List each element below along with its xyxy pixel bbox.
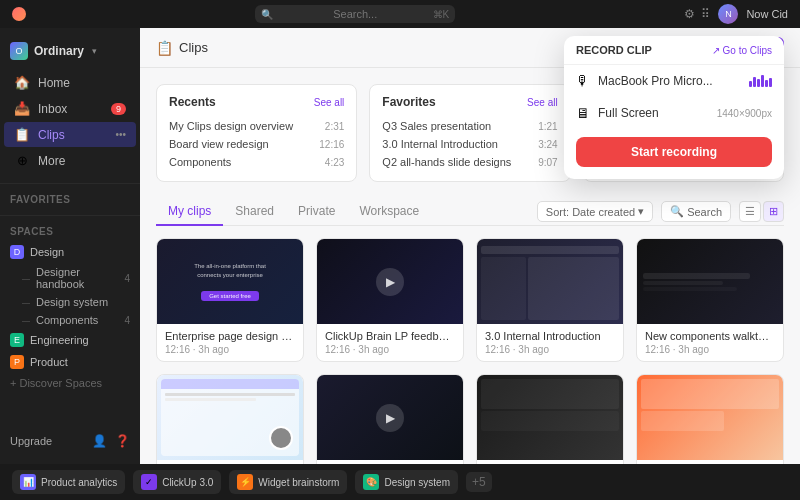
- clip-name-1: Enterprise page design overview: [165, 330, 295, 342]
- recent-item-1[interactable]: My Clips design overview: [169, 120, 293, 132]
- taskbar-app-product-analytics[interactable]: 📊 Product analytics: [12, 470, 125, 494]
- bar-4: [761, 75, 764, 87]
- sidebar-item-more[interactable]: ⊕ More: [4, 148, 136, 173]
- sidebar-item-design[interactable]: D Design: [0, 241, 140, 263]
- clip-info-8: Board view redesign 12:16 · 3h ago: [637, 460, 783, 464]
- list-item: Q3 Sales presentation 1:21: [382, 117, 557, 135]
- clip-card-5[interactable]: New board view walkthrough 12:16 · 3h ag…: [156, 374, 304, 464]
- resolution-label: 1440×900px: [717, 108, 772, 119]
- clip-info-3: 3.0 Internal Introduction 12:16 · 3h ago: [477, 324, 623, 361]
- grid-view-button[interactable]: ⊞: [763, 201, 784, 222]
- search-icon: 🔍: [261, 9, 273, 20]
- design-space-label: Design: [30, 246, 64, 258]
- clips-title-icon: 📋: [156, 40, 173, 56]
- clip-card-1[interactable]: The all-in-one platform thatconnects you…: [156, 238, 304, 362]
- grid-icon[interactable]: ⠿: [701, 7, 710, 21]
- upgrade-button[interactable]: Upgrade: [10, 435, 52, 447]
- recents-title: Recents: [169, 95, 216, 109]
- tabs-right: Sort: Date created ▾ 🔍 Search ☰ ⊞: [537, 201, 784, 222]
- go-to-clips-link[interactable]: ↗ Go to Clips: [712, 45, 772, 56]
- record-option-fullscreen[interactable]: 🖥 Full Screen 1440×900px: [564, 97, 784, 129]
- fav-item-2[interactable]: 3.0 Internal Introduction: [382, 138, 498, 150]
- widget-brainstorm-label: Widget brainstorm: [258, 477, 339, 488]
- tab-my-clips[interactable]: My clips: [156, 198, 223, 226]
- start-recording-button[interactable]: Start recording: [576, 137, 772, 167]
- sidebar-bottom: Upgrade 👤 ❓: [0, 426, 140, 456]
- search-input[interactable]: [255, 5, 455, 23]
- sidebar-item-product[interactable]: P Product: [0, 351, 140, 373]
- clip-card-3[interactable]: 3.0 Internal Introduction 12:16 · 3h ago: [476, 238, 624, 362]
- avatar[interactable]: N: [718, 4, 738, 24]
- taskbar-overflow[interactable]: +5: [466, 472, 492, 492]
- clip-card-2[interactable]: ▶ ClickUp Brain LP feedback 12:16 · 3h a…: [316, 238, 464, 362]
- list-item: Components 4:23: [169, 153, 344, 171]
- clip-info-4: New components walkthrough 12:16 · 3h ag…: [637, 324, 783, 361]
- sidebar-sub-designer-handbook[interactable]: — Designer handbook 4: [0, 263, 140, 293]
- help-icon[interactable]: ❓: [115, 434, 130, 448]
- recents-see-all[interactable]: See all: [314, 97, 345, 108]
- taskbar: 📊 Product analytics ✓ ClickUp 3.0 ⚡ Widg…: [0, 464, 800, 500]
- sidebar-item-inbox[interactable]: 📥 Inbox 9: [4, 96, 136, 121]
- record-option-microphone[interactable]: 🎙 MacBook Pro Micro...: [564, 65, 784, 97]
- favorites-header: Favorites See all: [382, 95, 557, 109]
- fav-item-1[interactable]: Q3 Sales presentation: [382, 120, 491, 132]
- clip-thumb-5: [157, 375, 303, 460]
- taskbar-app-clickup[interactable]: ✓ ClickUp 3.0: [133, 470, 221, 494]
- page-title: 📋 Clips: [156, 40, 208, 56]
- favorites-section-label: Favorites: [0, 190, 140, 209]
- clip-thumb-3: [477, 239, 623, 324]
- taskbar-app-design-system[interactable]: 🎨 Design system: [355, 470, 458, 494]
- product-analytics-label: Product analytics: [41, 477, 117, 488]
- clip-info-1: Enterprise page design overview 12:16 · …: [157, 324, 303, 361]
- sort-button[interactable]: Sort: Date created ▾: [537, 201, 653, 222]
- clip-thumb-6: ▶: [317, 375, 463, 460]
- bar-6: [769, 78, 772, 87]
- sort-label: Sort: Date created: [546, 206, 635, 218]
- tab-private[interactable]: Private: [286, 198, 347, 226]
- sub-dot-icon-3: —: [22, 316, 30, 325]
- clip-card-7[interactable]: Website design feedback 12:16 · 3h ago: [476, 374, 624, 464]
- clip-card-8[interactable]: Board view redesign 12:16 · 3h ago: [636, 374, 784, 464]
- clip-card-4[interactable]: New components walkthrough 12:16 · 3h ag…: [636, 238, 784, 362]
- discover-spaces[interactable]: + Discover Spaces: [0, 373, 140, 393]
- list-view-button[interactable]: ☰: [739, 201, 761, 222]
- app-logo-icon: [12, 7, 26, 21]
- product-space-label: Product: [30, 356, 68, 368]
- widget-brainstorm-icon: ⚡: [237, 474, 253, 490]
- tab-shared[interactable]: Shared: [223, 198, 286, 226]
- taskbar-app-widget-brainstorm[interactable]: ⚡ Widget brainstorm: [229, 470, 347, 494]
- clip-info-7: Website design feedback 12:16 · 3h ago: [477, 460, 623, 464]
- tab-workspace[interactable]: Workspace: [347, 198, 431, 226]
- sidebar-home-label: Home: [38, 76, 70, 90]
- play-icon-2: ▶: [376, 268, 404, 296]
- record-popup-title: RECORD CLIP: [576, 44, 652, 56]
- sidebar: O Ordinary ▾ 🏠 Home 📥 Inbox 9 📋 Clips ••…: [0, 28, 140, 464]
- workspace-selector[interactable]: O Ordinary ▾: [0, 36, 140, 66]
- sidebar-item-clips[interactable]: 📋 Clips •••: [4, 122, 136, 147]
- clip-thumb-2: ▶: [317, 239, 463, 324]
- clip-name-4: New components walkthrough: [645, 330, 775, 342]
- settings-icon[interactable]: ⚙: [684, 7, 695, 21]
- sidebar-sub-design-system[interactable]: — Design system: [0, 293, 140, 311]
- sub-dot-icon-2: —: [22, 298, 30, 307]
- chevron-down-icon: ▾: [92, 46, 97, 56]
- sidebar-item-home[interactable]: 🏠 Home: [4, 70, 136, 95]
- engineering-space-icon: E: [10, 333, 24, 347]
- recent-item-2[interactable]: Board view redesign: [169, 138, 269, 150]
- sidebar-sub-components[interactable]: — Components 4: [0, 311, 140, 329]
- clip-card-6[interactable]: ▶ New Home design feedback 12:16 · 3h ag…: [316, 374, 464, 464]
- recent-time-2: 12:16: [319, 139, 344, 150]
- fav-item-3[interactable]: Q2 all-hands slide designs: [382, 156, 511, 168]
- sidebar-item-engineering[interactable]: E Engineering: [0, 329, 140, 351]
- design-space-icon: D: [10, 245, 24, 259]
- main-layout: O Ordinary ▾ 🏠 Home 📥 Inbox 9 📋 Clips ••…: [0, 28, 800, 464]
- search-clips-icon: 🔍: [670, 205, 684, 218]
- recent-item-3[interactable]: Components: [169, 156, 231, 168]
- user-icon[interactable]: 👤: [92, 434, 107, 448]
- clips-options-icon[interactable]: •••: [115, 129, 126, 140]
- search-clips-button[interactable]: 🔍 Search: [661, 201, 731, 222]
- favorites-see-all[interactable]: See all: [527, 97, 558, 108]
- clip-thumb-1: The all-in-one platform thatconnects you…: [157, 239, 303, 324]
- sidebar-nav: 🏠 Home 📥 Inbox 9 📋 Clips ••• ⊕ More: [0, 66, 140, 177]
- go-to-clips-label: Go to Clips: [723, 45, 772, 56]
